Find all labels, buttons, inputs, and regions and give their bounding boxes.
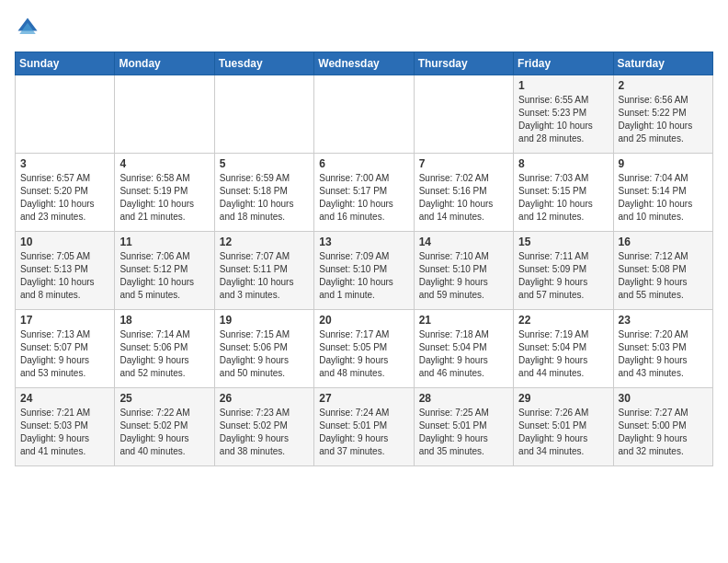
day-number: 2	[619, 79, 708, 92]
calendar-cell	[314, 75, 414, 154]
day-info: Sunrise: 7:23 AM Sunset: 5:02 PM Dayligh…	[220, 407, 309, 458]
calendar-cell	[115, 75, 214, 154]
day-info: Sunrise: 7:22 AM Sunset: 5:02 PM Dayligh…	[119, 407, 209, 458]
day-info: Sunrise: 7:14 AM Sunset: 5:06 PM Dayligh…	[119, 328, 209, 380]
day-info: Sunrise: 6:58 AM Sunset: 5:19 PM Dayligh…	[119, 172, 209, 224]
calendar-cell: 10Sunrise: 7:05 AM Sunset: 5:13 PM Dayli…	[16, 232, 115, 310]
page: SundayMondayTuesdayWednesdayThursdayFrid…	[0, 0, 728, 477]
day-number: 30	[619, 392, 708, 405]
calendar-cell: 30Sunrise: 7:27 AM Sunset: 5:00 PM Dayli…	[613, 388, 712, 466]
calendar-cell: 25Sunrise: 7:22 AM Sunset: 5:02 PM Dayli…	[115, 388, 214, 466]
day-info: Sunrise: 7:20 AM Sunset: 5:03 PM Dayligh…	[619, 328, 708, 380]
day-number: 13	[319, 236, 408, 248]
calendar-cell: 27Sunrise: 7:24 AM Sunset: 5:01 PM Dayli…	[314, 388, 414, 466]
calendar-cell: 4Sunrise: 6:58 AM Sunset: 5:19 PM Daylig…	[115, 154, 214, 232]
day-info: Sunrise: 7:13 AM Sunset: 5:07 PM Dayligh…	[20, 328, 109, 380]
calendar-cell: 28Sunrise: 7:25 AM Sunset: 5:01 PM Dayli…	[414, 388, 513, 466]
calendar-cell	[414, 75, 513, 154]
day-number: 23	[619, 314, 708, 327]
weekday-header-sunday: Sunday	[16, 52, 115, 75]
weekday-header-wednesday: Wednesday	[314, 52, 414, 75]
calendar-cell: 13Sunrise: 7:09 AM Sunset: 5:10 PM Dayli…	[314, 232, 414, 310]
day-number: 3	[20, 157, 109, 170]
header	[15, 15, 713, 40]
calendar-cell: 1Sunrise: 6:55 AM Sunset: 5:23 PM Daylig…	[514, 75, 613, 154]
day-number: 19	[220, 314, 309, 327]
weekday-row: SundayMondayTuesdayWednesdayThursdayFrid…	[16, 52, 713, 75]
calendar-week-2: 10Sunrise: 7:05 AM Sunset: 5:13 PM Dayli…	[16, 232, 713, 310]
day-number: 7	[419, 157, 508, 170]
day-info: Sunrise: 7:15 AM Sunset: 5:06 PM Dayligh…	[220, 328, 309, 380]
day-number: 18	[119, 314, 209, 327]
day-number: 16	[619, 236, 708, 248]
day-number: 6	[319, 157, 408, 170]
day-info: Sunrise: 7:07 AM Sunset: 5:11 PM Dayligh…	[220, 250, 309, 302]
day-info: Sunrise: 6:55 AM Sunset: 5:23 PM Dayligh…	[518, 94, 608, 145]
day-info: Sunrise: 6:57 AM Sunset: 5:20 PM Dayligh…	[20, 172, 109, 224]
calendar-cell: 7Sunrise: 7:02 AM Sunset: 5:16 PM Daylig…	[414, 154, 513, 232]
day-info: Sunrise: 7:25 AM Sunset: 5:01 PM Dayligh…	[419, 407, 508, 458]
calendar-cell: 21Sunrise: 7:18 AM Sunset: 5:04 PM Dayli…	[414, 310, 513, 388]
day-info: Sunrise: 7:27 AM Sunset: 5:00 PM Dayligh…	[619, 407, 708, 458]
weekday-header-saturday: Saturday	[613, 52, 712, 75]
calendar-week-4: 24Sunrise: 7:21 AM Sunset: 5:03 PM Dayli…	[16, 388, 713, 466]
day-info: Sunrise: 7:10 AM Sunset: 5:10 PM Dayligh…	[419, 250, 508, 302]
day-number: 25	[119, 392, 209, 405]
day-info: Sunrise: 7:05 AM Sunset: 5:13 PM Dayligh…	[20, 250, 109, 302]
weekday-header-tuesday: Tuesday	[214, 52, 313, 75]
calendar-cell: 14Sunrise: 7:10 AM Sunset: 5:10 PM Dayli…	[414, 232, 513, 310]
day-number: 27	[319, 392, 408, 405]
calendar-cell: 3Sunrise: 6:57 AM Sunset: 5:20 PM Daylig…	[16, 154, 115, 232]
day-number: 26	[220, 392, 309, 405]
calendar-cell: 18Sunrise: 7:14 AM Sunset: 5:06 PM Dayli…	[115, 310, 214, 388]
day-info: Sunrise: 7:02 AM Sunset: 5:16 PM Dayligh…	[419, 172, 508, 224]
day-info: Sunrise: 7:11 AM Sunset: 5:09 PM Dayligh…	[518, 250, 608, 302]
day-info: Sunrise: 7:00 AM Sunset: 5:17 PM Dayligh…	[319, 172, 408, 224]
calendar-header: SundayMondayTuesdayWednesdayThursdayFrid…	[16, 52, 713, 75]
day-number: 14	[419, 236, 508, 248]
day-number: 24	[20, 392, 109, 405]
calendar-cell: 8Sunrise: 7:03 AM Sunset: 5:15 PM Daylig…	[514, 154, 613, 232]
logo	[15, 15, 44, 40]
day-info: Sunrise: 7:19 AM Sunset: 5:04 PM Dayligh…	[518, 328, 608, 380]
day-number: 5	[220, 157, 309, 170]
calendar-cell: 29Sunrise: 7:26 AM Sunset: 5:01 PM Dayli…	[514, 388, 613, 466]
day-info: Sunrise: 7:12 AM Sunset: 5:08 PM Dayligh…	[619, 250, 708, 302]
day-number: 10	[20, 236, 109, 248]
calendar-cell: 20Sunrise: 7:17 AM Sunset: 5:05 PM Dayli…	[314, 310, 414, 388]
day-info: Sunrise: 7:09 AM Sunset: 5:10 PM Dayligh…	[319, 250, 408, 302]
calendar-cell: 11Sunrise: 7:06 AM Sunset: 5:12 PM Dayli…	[115, 232, 214, 310]
weekday-header-thursday: Thursday	[414, 52, 513, 75]
logo-icon	[15, 15, 40, 40]
day-number: 28	[419, 392, 508, 405]
day-number: 29	[518, 392, 608, 405]
calendar-cell: 19Sunrise: 7:15 AM Sunset: 5:06 PM Dayli…	[214, 310, 313, 388]
calendar-cell: 15Sunrise: 7:11 AM Sunset: 5:09 PM Dayli…	[514, 232, 613, 310]
day-number: 1	[518, 79, 608, 92]
day-info: Sunrise: 7:06 AM Sunset: 5:12 PM Dayligh…	[119, 250, 209, 302]
day-number: 4	[119, 157, 209, 170]
calendar-cell: 16Sunrise: 7:12 AM Sunset: 5:08 PM Dayli…	[613, 232, 712, 310]
day-number: 21	[419, 314, 508, 327]
calendar-cell: 5Sunrise: 6:59 AM Sunset: 5:18 PM Daylig…	[214, 154, 313, 232]
calendar-cell	[16, 75, 115, 154]
calendar-cell: 22Sunrise: 7:19 AM Sunset: 5:04 PM Dayli…	[514, 310, 613, 388]
calendar-cell: 26Sunrise: 7:23 AM Sunset: 5:02 PM Dayli…	[214, 388, 313, 466]
day-number: 8	[518, 157, 608, 170]
calendar-cell: 2Sunrise: 6:56 AM Sunset: 5:22 PM Daylig…	[613, 75, 712, 154]
calendar-cell	[214, 75, 313, 154]
calendar-week-3: 17Sunrise: 7:13 AM Sunset: 5:07 PM Dayli…	[16, 310, 713, 388]
day-number: 9	[619, 157, 708, 170]
day-info: Sunrise: 7:17 AM Sunset: 5:05 PM Dayligh…	[319, 328, 408, 380]
calendar-week-0: 1Sunrise: 6:55 AM Sunset: 5:23 PM Daylig…	[16, 75, 713, 154]
day-info: Sunrise: 7:03 AM Sunset: 5:15 PM Dayligh…	[518, 172, 608, 224]
calendar-cell: 12Sunrise: 7:07 AM Sunset: 5:11 PM Dayli…	[214, 232, 313, 310]
day-info: Sunrise: 6:59 AM Sunset: 5:18 PM Dayligh…	[220, 172, 309, 224]
day-number: 20	[319, 314, 408, 327]
day-number: 12	[220, 236, 309, 248]
day-info: Sunrise: 7:26 AM Sunset: 5:01 PM Dayligh…	[518, 407, 608, 458]
calendar-cell: 23Sunrise: 7:20 AM Sunset: 5:03 PM Dayli…	[613, 310, 712, 388]
day-info: Sunrise: 7:24 AM Sunset: 5:01 PM Dayligh…	[319, 407, 408, 458]
calendar-table: SundayMondayTuesdayWednesdayThursdayFrid…	[15, 52, 713, 466]
day-info: Sunrise: 7:04 AM Sunset: 5:14 PM Dayligh…	[619, 172, 708, 224]
